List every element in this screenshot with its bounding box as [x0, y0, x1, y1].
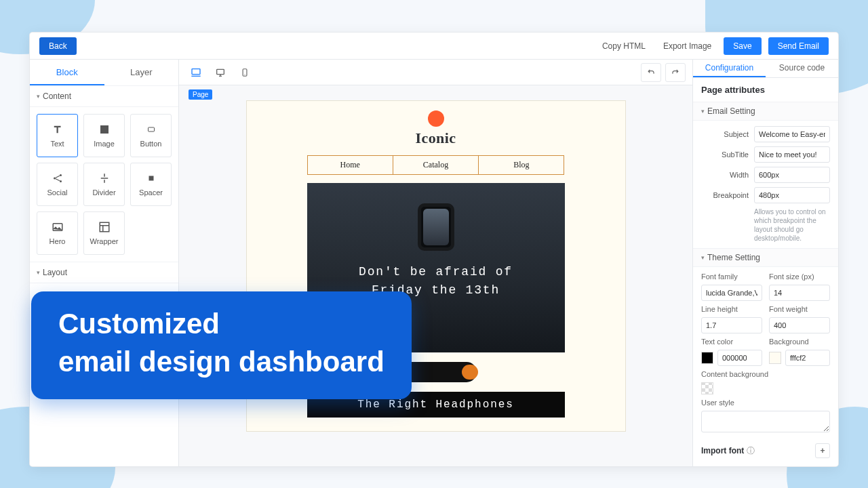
top-bar: Back Copy HTML Export Image Save Send Em… — [30, 33, 838, 60]
tile-label: Image — [94, 140, 115, 148]
import-font-row: Import font ⓘ + — [693, 438, 838, 466]
breakpoint-hint: Allows you to control on which breakpoin… — [754, 207, 830, 243]
label-width: Width — [701, 171, 749, 179]
marketing-caption: Customized email design dashboard — [31, 291, 412, 399]
watch-icon — [418, 203, 454, 251]
tile-label: Divider — [92, 188, 115, 197]
svg-rect-7 — [192, 68, 200, 74]
subject-input[interactable] — [754, 126, 830, 142]
cta-pill-fragment — [462, 365, 478, 380]
social-icon — [52, 172, 64, 184]
label-subtitle: SubTitle — [701, 150, 749, 159]
label-font-weight: Font weight — [769, 305, 830, 313]
user-style-textarea[interactable] — [701, 411, 830, 432]
redo-button[interactable] — [665, 63, 686, 82]
save-button[interactable]: Save — [724, 37, 761, 55]
wrapper-icon — [98, 221, 111, 233]
label-font-size: Font size (px) — [769, 272, 830, 281]
text-color-row — [701, 350, 762, 366]
brand-block[interactable]: Iconic — [247, 110, 625, 147]
app-body: Block Layer Content Text Image — [30, 60, 838, 466]
canvas[interactable]: Page Iconic Home Catalog Blog Don't — [179, 85, 692, 466]
image-icon — [98, 123, 111, 136]
content-blocks-grid: Text Image Button — [30, 107, 178, 262]
email-setting-header[interactable]: Email Setting — [693, 102, 838, 121]
section-content-header[interactable]: Content — [30, 85, 178, 107]
tile-social[interactable]: Social — [37, 163, 78, 206]
tab-layer[interactable]: Layer — [104, 60, 179, 85]
tile-text[interactable]: Text — [37, 114, 78, 157]
email-nav[interactable]: Home Catalog Blog — [307, 155, 565, 175]
font-size-input[interactable] — [769, 285, 830, 301]
sidebar-tabs: Block Layer — [30, 60, 178, 85]
bg-color-row — [769, 350, 830, 366]
label-line-height: Line height — [701, 305, 762, 313]
tile-label: Hero — [50, 237, 66, 245]
svg-point-2 — [60, 174, 62, 176]
page-badge: Page — [189, 89, 212, 100]
desktop-wide-icon[interactable] — [186, 63, 206, 82]
label-background: Background — [769, 338, 830, 346]
bg-color-swatch[interactable] — [769, 352, 781, 364]
caption-line1: Customized — [58, 308, 384, 340]
tile-spacer[interactable]: Spacer — [130, 163, 172, 206]
svg-point-10 — [244, 74, 245, 75]
copy-html-button[interactable]: Copy HTML — [597, 37, 651, 55]
email-setting-form: Subject SubTitle Width Breakpoint Allows… — [693, 121, 838, 248]
label-subject: Subject — [701, 130, 749, 138]
tile-button[interactable]: Button — [130, 114, 172, 157]
import-font-add-button[interactable]: + — [815, 443, 830, 458]
tile-label: Wrapper — [90, 237, 119, 245]
text-color-input[interactable] — [717, 350, 762, 366]
bg-color-input[interactable] — [785, 350, 830, 366]
label-content-bg: Content background — [701, 370, 830, 378]
brand-name: Iconic — [247, 129, 625, 147]
right-panel: Configuration Source code Page attribute… — [693, 60, 838, 466]
text-color-swatch[interactable] — [701, 352, 713, 364]
left-sidebar: Block Layer Content Text Image — [30, 60, 179, 466]
preview-toolbar — [179, 60, 692, 85]
label-breakpoint: Breakpoint — [701, 191, 749, 199]
width-input[interactable] — [754, 167, 830, 183]
tile-hero[interactable]: Hero — [37, 211, 78, 255]
desktop-icon[interactable] — [210, 63, 231, 82]
center-panel: Page Iconic Home Catalog Blog Don't — [179, 60, 693, 466]
import-font-label: Import font ⓘ — [701, 445, 755, 457]
button-icon — [145, 123, 157, 136]
content-bg-swatch[interactable] — [701, 382, 713, 394]
content-bg-row — [701, 382, 830, 394]
line-height-input[interactable] — [701, 317, 762, 333]
font-family-input[interactable] — [701, 285, 762, 301]
hero-line1: Don't be afraid of — [359, 263, 513, 281]
svg-point-1 — [54, 178, 56, 180]
tile-image[interactable]: Image — [83, 114, 125, 157]
hero-icon — [52, 221, 64, 233]
theme-setting-header[interactable]: Theme Setting — [693, 248, 838, 267]
tab-block[interactable]: Block — [30, 60, 104, 85]
tile-divider[interactable]: Divider — [83, 163, 125, 206]
section-layout-header[interactable]: Layout — [30, 262, 178, 283]
tile-label: Button — [140, 140, 162, 148]
app-window: Back Copy HTML Export Image Save Send Em… — [30, 33, 838, 466]
svg-rect-0 — [148, 127, 154, 131]
mobile-icon[interactable] — [235, 63, 255, 82]
export-image-button[interactable]: Export Image — [658, 37, 717, 55]
font-weight-input[interactable] — [769, 317, 830, 333]
nav-blog[interactable]: Blog — [478, 155, 564, 175]
tile-label: Social — [47, 188, 68, 197]
right-tabs: Configuration Source code — [693, 60, 838, 78]
tab-source-code[interactable]: Source code — [766, 60, 838, 77]
tile-label: Text — [50, 140, 64, 148]
nav-home[interactable]: Home — [307, 155, 393, 175]
breakpoint-input[interactable] — [754, 187, 830, 203]
send-email-button[interactable]: Send Email — [768, 37, 829, 55]
label-user-style: User style — [701, 399, 830, 407]
label-font-family: Font family — [701, 272, 762, 281]
subtitle-input[interactable] — [754, 146, 830, 163]
tile-wrapper[interactable]: Wrapper — [83, 211, 125, 255]
theme-setting-form: Font family Font size (px) Line height F… — [693, 267, 838, 438]
tab-configuration[interactable]: Configuration — [693, 60, 766, 77]
undo-button[interactable] — [641, 63, 661, 82]
back-button[interactable]: Back — [39, 37, 77, 55]
nav-catalog[interactable]: Catalog — [393, 155, 478, 175]
